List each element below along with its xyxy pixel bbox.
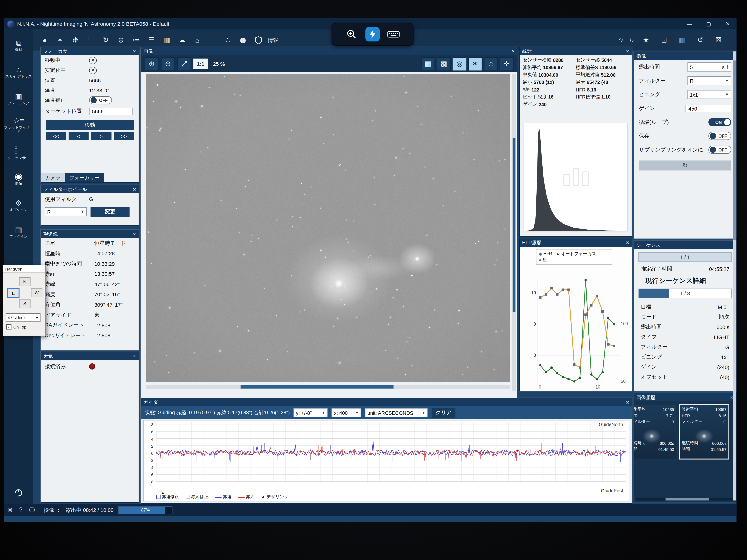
save-toggle[interactable]: OFF — [709, 132, 731, 140]
sidebar-item-flat-wizard[interactable]: ☆≡ フラットウィザード — [4, 112, 33, 139]
sidebar-item-equipment[interactable]: ⧉ 機材 — [4, 32, 33, 59]
crosshair-icon[interactable]: ◎ — [453, 57, 466, 71]
filter-dropdown[interactable]: R▼ — [688, 76, 731, 85]
slew-west-button[interactable]: W — [31, 288, 43, 297]
help-icon[interactable]: ? — [19, 506, 22, 514]
gain-input[interactable]: 450 — [686, 104, 731, 112]
guide-east-label: GuideEast — [601, 488, 623, 494]
move-button[interactable]: 移動 — [46, 120, 134, 130]
flat-panel-icon[interactable]: ▤ — [206, 33, 219, 47]
guider-target-icon[interactable]: ⊕ — [114, 33, 128, 47]
close-icon[interactable]: ✕ — [133, 353, 136, 358]
camera-icon[interactable]: ● — [38, 33, 52, 47]
close-icon[interactable]: ✕ — [626, 400, 629, 405]
close-icon[interactable]: ✕ — [133, 49, 136, 54]
close-icon[interactable]: ✕ — [626, 49, 629, 54]
framing-icon[interactable]: ▢ — [84, 33, 97, 47]
screen-icon[interactable]: ◉ — [7, 506, 12, 514]
unit-dropdown[interactable]: unit: ARCSECONDS▼ — [365, 408, 428, 417]
bulb-icon[interactable]: ◍ — [236, 33, 250, 47]
power-button[interactable] — [4, 487, 33, 497]
target-position-input[interactable]: 5666 — [89, 107, 133, 115]
auto-stretch-wand-icon[interactable]: ✶ — [468, 57, 482, 71]
one-to-one-button[interactable]: 1:1 — [194, 58, 208, 69]
fit-to-screen-icon[interactable]: ⤢ — [177, 57, 191, 71]
lightning-bolt-icon[interactable] — [365, 27, 380, 42]
star-icon[interactable]: ★ — [639, 33, 653, 47]
history-clock-icon[interactable]: ↺ — [694, 33, 707, 47]
grid-overlay-icon[interactable]: ▦ — [421, 57, 435, 71]
switch-icon[interactable]: ☰ — [145, 33, 158, 47]
minimize-button[interactable]: — — [687, 21, 692, 27]
focuser-icon[interactable]: ❉ — [69, 33, 82, 47]
loop-toggle[interactable]: ON — [709, 118, 731, 126]
shield-icon[interactable] — [252, 33, 265, 47]
dome-icon[interactable]: ⌂ — [191, 33, 204, 47]
keyboard-icon[interactable] — [387, 28, 400, 41]
zoom-in-icon[interactable]: ⊕ — [145, 57, 159, 71]
sidebar-item-sky-atlas[interactable]: ∴ スカイ アトラス — [4, 59, 33, 86]
slew-south-button[interactable]: S — [19, 299, 31, 308]
image-horizontal-scrollbar[interactable] — [146, 385, 510, 389]
stepper-arrows-icon[interactable]: ▲▼ — [726, 64, 729, 69]
platesolve-icon[interactable]: ✛ — [500, 57, 514, 71]
sliders-icon[interactable]: ▥ — [160, 33, 174, 47]
x-scale-dropdown[interactable]: x: 400▼ — [332, 408, 361, 417]
maximize-button[interactable]: ▢ — [706, 21, 711, 27]
pixel-grid-icon[interactable]: ▩ — [437, 57, 451, 71]
on-top-checkbox[interactable]: ✓ On Top — [6, 324, 26, 329]
rotator-icon[interactable]: ↻ — [99, 33, 112, 47]
slew-rate-dropdown[interactable]: 4 * sidere. ▼ — [6, 313, 41, 322]
move-back-button[interactable]: < — [68, 132, 88, 140]
window-scrollbar[interactable] — [733, 52, 736, 501]
history-card-2[interactable]: 算術平均10367 HFR8.16 フィルターG 継続時間600.00s 時間0… — [680, 405, 728, 458]
filter-select-dropdown[interactable]: R ▼ — [45, 207, 87, 216]
slew-icon[interactable]: ✶ — [53, 33, 67, 47]
puzzle-icon: ▦ — [15, 226, 22, 234]
layout-icon[interactable]: ⊡ — [658, 33, 671, 47]
sidebar-item-framing[interactable]: ▣ フレーミング — [4, 86, 33, 112]
move-fast-back-button[interactable]: << — [46, 132, 66, 140]
zoom-out-icon[interactable]: ⊖ — [161, 57, 175, 71]
route-dots-icon[interactable]: ∴ — [221, 33, 234, 47]
close-icon[interactable]: ✕ — [626, 240, 629, 245]
tab-focuser[interactable]: フォーカサー — [65, 174, 104, 182]
dec-line-swatch — [238, 497, 245, 498]
close-icon[interactable]: ✕ — [133, 232, 136, 237]
close-button[interactable]: ✕ — [725, 21, 730, 27]
subsample-toggle[interactable]: OFF — [709, 146, 731, 154]
y-scale-dropdown[interactable]: y: +/-8"▼ — [293, 408, 328, 417]
move-forward-button[interactable]: > — [91, 132, 111, 140]
sidebar-item-plugins[interactable]: ▦ プラグイン — [4, 219, 33, 246]
start-capture-button[interactable]: ↻ — [639, 161, 731, 170]
close-icon[interactable]: ✕ — [511, 49, 515, 54]
dice-icon[interactable]: ⚄ — [712, 33, 725, 47]
move-fast-forward-button[interactable]: >> — [113, 132, 134, 140]
history-card-1[interactable]: 算術平均10485 HFR7.71 フィルターB 継続時間600.00s 時間0… — [634, 405, 676, 458]
close-icon[interactable]: ✕ — [133, 187, 136, 192]
sidebar-item-imaging[interactable]: ◉ 撮像 — [4, 166, 33, 192]
binning-dropdown[interactable]: 1x1▼ — [688, 90, 731, 99]
image-toolbar: ⊕ ⊖ ⤢ 1:1 25 % ▦ ▩ ◎ ✶ ☆ ✛ — [141, 55, 517, 73]
star-detect-icon[interactable]: ☆ — [484, 57, 498, 71]
cloud-icon[interactable]: ☁ — [175, 33, 188, 47]
slew-east-button[interactable]: E — [7, 288, 20, 298]
slew-north-button[interactable]: N — [19, 277, 31, 286]
change-filter-button[interactable]: 変更 — [91, 207, 130, 217]
exposure-input[interactable]: 5 s ▲▼ — [688, 62, 731, 72]
info-label[interactable]: 情報 — [268, 36, 278, 44]
temp-comp-toggle[interactable]: OFF — [89, 96, 112, 104]
captured-image-m51[interactable] — [146, 74, 510, 382]
clear-button[interactable]: クリア — [432, 408, 456, 417]
tab-camera[interactable]: カメラ — [41, 174, 65, 182]
grid-toggle-icon[interactable]: ▦ — [675, 33, 689, 47]
sidebar-item-sequencer[interactable]: ☆—☆— シーケンサー — [4, 139, 33, 166]
history-scrollbar[interactable] — [636, 498, 734, 501]
sequencer-list-icon[interactable]: ≔ — [129, 33, 143, 47]
refresh-icon: ↻ — [682, 162, 688, 169]
ra-line-swatch — [215, 497, 222, 498]
zoom-in-magnifier-icon[interactable] — [345, 28, 358, 41]
image-vertical-scrollbar[interactable] — [512, 74, 516, 391]
sidebar-item-options[interactable]: ⚙ オプション — [4, 192, 33, 219]
info-icon[interactable]: ⓘ — [29, 506, 35, 514]
